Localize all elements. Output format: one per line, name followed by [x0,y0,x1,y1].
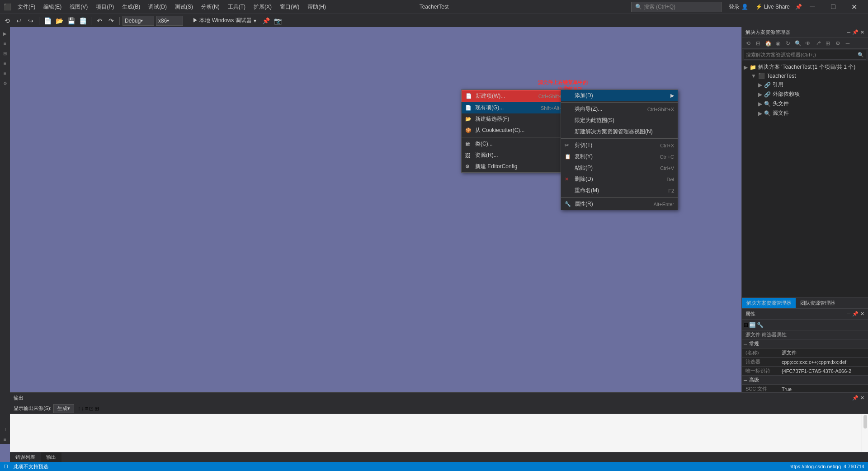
output-close-icon[interactable]: ✕ [860,395,864,401]
login-button[interactable]: 登录 👤 [725,3,752,11]
ctx-delete[interactable]: ✕ 删除(D) Del [561,174,678,185]
solution-explorer: 解决方案资源管理器 ─ 📌 ✕ ⟲ ⊟ 🏠 ◉ ↻ 🔍 👁 ⎇ ⊞ ⚙ ─ [741,27,868,308]
ctx-cookiecutter[interactable]: 🍪 从 Cookiecutter(C)... [462,125,569,136]
se-tb-filter[interactable]: 🔍 [793,39,802,47]
ctx-copy[interactable]: 📋 复制(Y) Ctrl+C [561,151,678,162]
ctx-limit-scope[interactable]: 限定为此范围(S) [561,115,678,126]
output-tb-word-wrap[interactable]: ⊡ [89,405,94,412]
ctx-add[interactable]: 添加(D) ▶ [561,90,678,101]
sidebar-icon-4[interactable]: ≡ [0,59,9,68]
output-scrollbar[interactable] [862,414,868,452]
menu-test[interactable]: 测试(S) [171,1,197,13]
platform-dropdown[interactable]: x86 [156,16,183,26]
se-tb-properties[interactable]: 🏠 [764,39,773,47]
se-tb-git[interactable]: ⎇ [813,39,822,47]
ctx-paste[interactable]: 粘贴(P) Ctrl+V [561,162,678,174]
ctx-new-filter[interactable]: 📂 新建筛选器(F) [462,113,569,125]
output-pin-icon[interactable]: 📌 [852,395,859,401]
se-tb-preview[interactable]: 👁 [803,39,812,47]
toolbar-btn-1[interactable]: ⟲ [2,16,13,26]
menu-edit[interactable]: 编辑(E) [40,1,65,13]
sidebar-icon-2[interactable]: ≡ [0,39,9,48]
sidebar-icon-3[interactable]: ⊞ [0,49,9,58]
output-tb-open-log[interactable]: ⊞ [94,405,99,412]
sidebar-icon-bottom-2[interactable]: ≡ [0,435,9,444]
ctx-cut[interactable]: ✂ 剪切(T) Ctrl+X [561,140,678,151]
menu-project[interactable]: 项目(P) [92,1,118,13]
prop-tb-sort[interactable]: 🔤 [749,322,756,328]
se-tb-more[interactable]: ⊞ [823,39,832,47]
output-tb-up[interactable]: ↑ [78,405,80,412]
menu-help[interactable]: 帮助(H) [304,1,330,13]
toolbar-btn-save[interactable]: 💾 [66,16,76,26]
toolbar-btn-pin[interactable]: 📌 [261,16,272,26]
se-tb-refresh[interactable]: ↻ [783,39,793,47]
references-expand-icon: ▶ [758,82,762,88]
toolbar-btn-new[interactable]: 📄 [42,16,53,26]
tree-references[interactable]: ▶ 🔗 引用 [742,80,868,89]
ctx-rename[interactable]: 重命名(M) F2 [561,185,678,196]
se-tb-collapse[interactable]: ⊟ [754,39,763,47]
output-minimize-icon[interactable]: ─ [847,395,850,401]
ctx-properties[interactable]: 🔧 属性(R) Alt+Enter [561,198,678,210]
menu-view[interactable]: 视图(V) [66,1,91,13]
menu-analyze[interactable]: 分析(N) [198,1,223,13]
menu-file[interactable]: 文件(F) [14,1,39,13]
output-tb-down[interactable]: ↓ [81,405,84,412]
ctx-new-view[interactable]: 新建解决方案资源管理器视图(N) [561,126,678,137]
prop-minimize-icon[interactable]: ─ [847,311,850,317]
toolbar-btn-save-all[interactable]: 🗒️ [77,16,88,26]
search-box[interactable]: 🔍 搜索 (Ctrl+Q) [631,2,722,12]
prop-tb-grid[interactable]: ⊞ [744,322,748,328]
ctx-existing-item[interactable]: 📄 现有项(G)... Shift+Alt+A [462,102,569,113]
output-source-dropdown[interactable]: 生成 ▾ [53,404,74,413]
sidebar-icon-6[interactable]: ⚙ [0,79,9,88]
tab-solution-explorer[interactable]: 解决方案资源管理器 [742,298,796,309]
minimize-button[interactable]: ─ [802,0,823,14]
toolbar-btn-redo[interactable]: ↷ [106,16,117,26]
se-tb-settings[interactable]: ⚙ [833,39,842,47]
toolbar-btn-3[interactable]: ↪ [25,16,36,26]
solution-explorer-search[interactable]: 搜索解决方案资源管理器(Ctrl+;) 🔍 [744,50,866,60]
toolbar-btn-open[interactable]: 📂 [54,16,65,26]
se-tb-sync[interactable]: ⟲ [744,39,753,47]
tab-output[interactable]: 输出 [41,452,61,462]
close-button[interactable]: ✕ [844,0,864,14]
se-pin-icon[interactable]: 📌 [852,29,859,35]
menu-extensions[interactable]: 扩展(X) [250,1,275,13]
tree-project[interactable]: ▼ ⬛ TeacherTest [742,72,868,80]
ctx-class[interactable]: 🏛 类(C)... [462,138,569,150]
toolbar-btn-2[interactable]: ↩ [14,16,24,26]
menu-tools[interactable]: 工具(T) [224,1,249,13]
toolbar-btn-camera[interactable]: 📷 [273,16,283,26]
sidebar-icon-bottom-1[interactable]: Ⅰ [0,425,9,434]
tab-team-explorer[interactable]: 团队资源管理器 [796,298,840,309]
ctx-editorconfig[interactable]: ⚙ 新建 EditorConfig [462,161,569,172]
menu-window[interactable]: 窗口(W) [276,1,303,13]
toolbar-btn-undo[interactable]: ↶ [94,16,105,26]
prop-pin-icon[interactable]: 📌 [852,311,859,317]
restore-button[interactable]: □ [823,0,844,14]
se-tb-minus[interactable]: ─ [843,39,852,47]
menu-build[interactable]: 生成(B) [118,1,144,13]
se-minimize-icon[interactable]: ─ [847,29,850,35]
prop-close-icon[interactable]: ✕ [860,311,864,317]
ctx-new-item[interactable]: 📄 新建项(W)... Ctrl+Shift+A [462,90,569,102]
tree-header-files[interactable]: ▶ 🔍 头文件 [742,99,868,108]
sidebar-server-icon[interactable]: ▶ [0,29,9,38]
run-debugger-button[interactable]: ▶ 本地 Windows 调试器 ▾ [189,16,260,26]
sidebar-icon-5[interactable]: ≡ [0,69,9,78]
se-tb-show-all[interactable]: ◉ [774,39,783,47]
tree-solution[interactable]: ▶ 📁 解决方案 'TeacherTest'(1 个项目/共 1 个) [742,62,868,72]
prop-tb-wrench[interactable]: 🔧 [757,322,764,328]
tab-error-list[interactable]: 错误列表 [10,452,41,462]
tree-source-files[interactable]: ▶ 🔍 源文件 [742,108,868,118]
ctx-class-wizard[interactable]: 类向导(Z)... Ctrl+Shift+X [561,104,678,115]
se-close-icon[interactable]: ✕ [860,29,864,35]
output-tb-clear[interactable]: ≡ [85,405,88,412]
menu-debug[interactable]: 调试(D) [145,1,170,13]
debug-mode-dropdown[interactable]: Debug [123,16,154,26]
ctx-resource[interactable]: 🖼 资源(R)... [462,150,569,161]
live-share-button[interactable]: ⚡ Live Share [752,4,793,10]
tree-external-deps[interactable]: ▶ 🔗 外部依赖项 [742,89,868,99]
